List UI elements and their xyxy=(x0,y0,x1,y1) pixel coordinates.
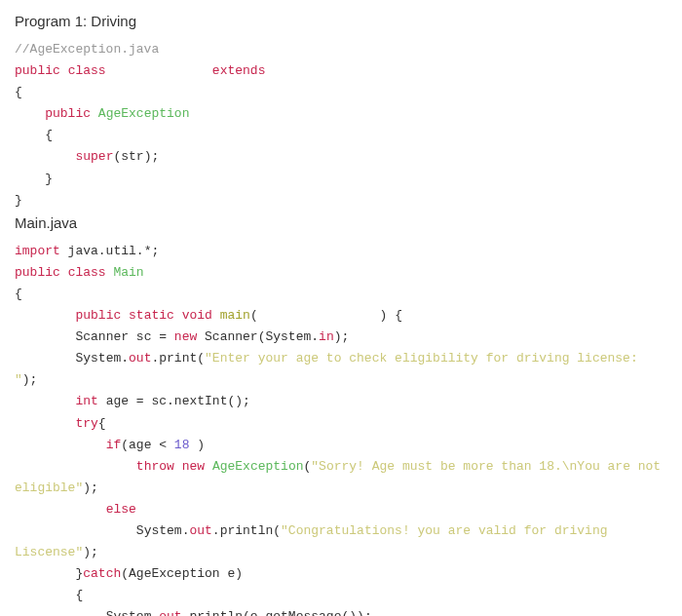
close-print-1: ); xyxy=(22,372,38,387)
field-out-3: out xyxy=(159,609,181,616)
main-params: ( ) { xyxy=(250,308,402,323)
kw-public-2: public xyxy=(45,106,91,121)
kw-new: new xyxy=(174,329,197,344)
kw-public: public xyxy=(15,63,60,78)
system-3: System. xyxy=(106,609,160,616)
kw-static: static xyxy=(129,308,174,323)
kw-if: if xyxy=(106,438,122,452)
kw-else: else xyxy=(106,502,136,517)
println-call-2: .println( xyxy=(182,609,250,616)
system-2: System. xyxy=(136,523,190,538)
comment-line: //AgeException.java xyxy=(15,42,159,57)
print-call: .print( xyxy=(151,351,205,366)
kw-import: import xyxy=(15,244,60,258)
if-cond-1: (age < xyxy=(121,438,174,452)
field-out-1: out xyxy=(129,351,151,366)
scanner-decl-3: ); xyxy=(334,329,350,344)
super-arg: (str); xyxy=(113,149,159,164)
kw-try: try xyxy=(75,416,97,431)
kw-public-3: public xyxy=(15,265,60,280)
kw-public-4: public xyxy=(75,308,121,323)
kw-void: void xyxy=(182,308,212,323)
string-congrats: "Congratulations! you are valid for driv… xyxy=(15,523,615,559)
scanner-decl-2: Scanner(System. xyxy=(197,329,319,344)
field-out-2: out xyxy=(189,523,211,538)
kw-super: super xyxy=(75,149,113,164)
kw-class: class xyxy=(68,63,106,78)
code-block-2: import java.util.*; public class Main { … xyxy=(15,241,667,616)
string-error-a: "Sorry! Age must be more than 18.\nYou a… xyxy=(311,459,668,474)
class-ageexception-2: AgeException xyxy=(212,459,304,474)
main-java-heading: Main.java xyxy=(15,212,667,235)
fn-main: main xyxy=(220,308,250,323)
class-ageexception: AgeException xyxy=(98,106,190,121)
println-call-1: .println( xyxy=(212,523,281,538)
getmessage-arg: e.getMessage()); xyxy=(250,609,372,616)
kw-in: in xyxy=(319,329,334,344)
program-1-heading: Program 1: Driving xyxy=(15,10,667,33)
num-18: 18 xyxy=(174,438,190,452)
kw-new-2: new xyxy=(182,459,205,474)
scanner-decl-1: Scanner sc = xyxy=(15,329,174,344)
code-block-1: //AgeException.java public class extends… xyxy=(15,39,667,212)
close-println-1: ); xyxy=(83,545,98,559)
string-error-b: eligible" xyxy=(15,481,83,495)
kw-throw: throw xyxy=(136,459,174,474)
if-cond-2: ) xyxy=(189,438,205,452)
kw-int: int xyxy=(75,394,97,408)
import-path: java.util.*; xyxy=(60,244,159,258)
kw-catch: catch xyxy=(83,566,121,581)
age-assign: age = sc.nextInt(); xyxy=(98,394,250,408)
system-1: System. xyxy=(75,351,129,366)
try-brace: { xyxy=(98,416,106,431)
kw-extends: extends xyxy=(212,63,266,78)
throw-close: ); xyxy=(83,481,98,495)
kw-class-2: class xyxy=(68,265,106,280)
catch-arg: (AgeException e) xyxy=(121,566,243,581)
class-main: Main xyxy=(113,265,143,280)
